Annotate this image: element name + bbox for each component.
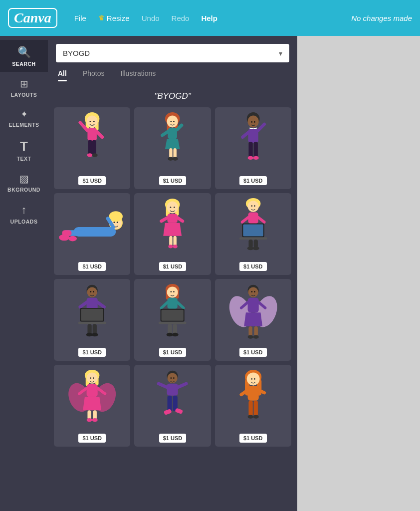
illustration-figure bbox=[215, 193, 291, 260]
sidebar-item-elements[interactable]: ✦ ELEMENTS bbox=[0, 103, 48, 133]
svg-point-67 bbox=[251, 205, 252, 207]
price-badge: $1 USD bbox=[159, 262, 187, 271]
svg-point-162 bbox=[253, 415, 258, 418]
svg-rect-24 bbox=[170, 148, 173, 158]
bkground-icon: ▨ bbox=[19, 174, 29, 184]
sidebar-item-text[interactable]: T TEXT bbox=[0, 133, 48, 167]
tab-photos[interactable]: Photos bbox=[83, 69, 105, 81]
illustration-figure bbox=[215, 365, 291, 432]
crown-icon: ♛ bbox=[98, 14, 105, 22]
svg-point-6 bbox=[93, 121, 95, 122]
svg-rect-159 bbox=[248, 401, 252, 416]
price-badge: $1 USD bbox=[239, 176, 267, 185]
search-dropdown[interactable]: BYOGD ▾ bbox=[56, 44, 289, 62]
results-heading: "BYOGD" bbox=[48, 81, 297, 107]
canvas-area[interactable] bbox=[297, 36, 420, 511]
list-item[interactable]: $1 USD bbox=[134, 279, 210, 361]
sidebar-uploads-label: UPLOADS bbox=[10, 219, 38, 225]
sidebar-item-uploads[interactable]: ↑ UPLOADS bbox=[0, 198, 48, 230]
svg-rect-25 bbox=[174, 148, 177, 158]
illustration-figure bbox=[134, 365, 210, 432]
sidebar-elements-label: ELEMENTS bbox=[8, 122, 39, 128]
svg-line-85 bbox=[98, 302, 104, 307]
svg-point-77 bbox=[247, 247, 253, 250]
svg-rect-10 bbox=[88, 140, 92, 155]
list-item[interactable]: $1 USD bbox=[215, 193, 291, 275]
sidebar-item-layouts[interactable]: ⊞ LAYOUTS bbox=[0, 72, 48, 103]
sidebar-item-search[interactable]: 🔍 SEARCH bbox=[0, 40, 48, 72]
list-item[interactable]: $1 USD bbox=[54, 193, 130, 275]
svg-point-137 bbox=[87, 418, 92, 422]
sidebar: 🔍 SEARCH ⊞ LAYOUTS ✦ ELEMENTS T TEXT ▨ B… bbox=[0, 36, 48, 511]
svg-point-13 bbox=[92, 153, 98, 157]
list-item[interactable]: $1 USD bbox=[215, 107, 291, 189]
svg-point-55 bbox=[174, 207, 175, 208]
svg-rect-143 bbox=[167, 384, 178, 396]
svg-rect-99 bbox=[168, 298, 178, 309]
svg-line-60 bbox=[177, 218, 183, 221]
svg-rect-61 bbox=[170, 236, 173, 246]
canva-logo[interactable]: Canva bbox=[8, 8, 57, 28]
tab-illustrations[interactable]: Illustrations bbox=[120, 69, 156, 81]
topbar: Canva File ♛ Resize Undo Redo Help No ch… bbox=[0, 0, 420, 36]
illustration-figure: ♥ bbox=[134, 193, 210, 260]
svg-marker-116 bbox=[244, 312, 262, 326]
list-item[interactable]: $1 USD bbox=[134, 365, 210, 447]
resize-menu[interactable]: ♛ Resize bbox=[97, 12, 131, 24]
svg-point-140 bbox=[168, 373, 178, 383]
svg-line-22 bbox=[163, 132, 168, 135]
redo-menu[interactable]: Redo bbox=[171, 12, 191, 24]
svg-point-153 bbox=[246, 373, 259, 386]
list-item[interactable]: $1 USD bbox=[54, 107, 130, 189]
svg-point-27 bbox=[173, 157, 178, 161]
svg-rect-11 bbox=[92, 140, 96, 155]
svg-line-100 bbox=[162, 302, 168, 308]
svg-rect-90 bbox=[93, 324, 97, 334]
list-item[interactable]: ♥ $1 USD bbox=[134, 193, 210, 275]
status-text: No changes made bbox=[351, 14, 412, 22]
elements-icon: ✦ bbox=[20, 110, 28, 119]
svg-rect-89 bbox=[87, 324, 91, 334]
list-item[interactable]: $1 USD bbox=[54, 279, 130, 361]
svg-point-155 bbox=[254, 378, 255, 380]
illustration-figure bbox=[134, 107, 210, 174]
svg-point-142 bbox=[173, 377, 175, 379]
svg-rect-36 bbox=[253, 142, 257, 157]
tab-all[interactable]: All bbox=[58, 69, 67, 81]
price-badge: $1 USD bbox=[78, 348, 106, 357]
list-item[interactable]: $1 USD bbox=[134, 107, 210, 189]
file-menu[interactable]: File bbox=[73, 12, 87, 24]
svg-line-71 bbox=[258, 218, 264, 222]
chevron-down-icon: ▾ bbox=[279, 49, 282, 57]
svg-rect-103 bbox=[162, 310, 184, 321]
list-item[interactable]: $1 USD bbox=[215, 365, 291, 447]
tabs-bar: All Photos Illustrations bbox=[48, 62, 297, 81]
svg-rect-73 bbox=[243, 225, 263, 237]
svg-rect-35 bbox=[248, 142, 252, 157]
price-badge: $1 USD bbox=[239, 348, 267, 357]
svg-point-19 bbox=[173, 121, 175, 122]
illustration-figure bbox=[54, 193, 130, 260]
svg-rect-119 bbox=[248, 326, 252, 336]
undo-menu[interactable]: Undo bbox=[141, 12, 161, 24]
layouts-icon: ⊞ bbox=[20, 79, 28, 89]
svg-line-9 bbox=[97, 132, 102, 137]
sidebar-text-label: TEXT bbox=[17, 156, 31, 162]
illustration-figure bbox=[54, 365, 130, 432]
topbar-menu: File ♛ Resize Undo Redo Help bbox=[73, 12, 218, 24]
illustration-figure bbox=[134, 279, 210, 346]
sidebar-item-bkground[interactable]: ▨ BKGROUND bbox=[0, 167, 48, 198]
svg-rect-120 bbox=[254, 326, 257, 336]
svg-point-114 bbox=[254, 291, 255, 292]
help-menu[interactable]: Help bbox=[200, 12, 218, 24]
search-wrapper: BYOGD ▾ bbox=[48, 36, 297, 62]
svg-rect-62 bbox=[174, 236, 177, 246]
svg-point-68 bbox=[254, 205, 255, 207]
svg-point-54 bbox=[170, 207, 172, 208]
list-item[interactable]: $1 USD bbox=[215, 279, 291, 361]
list-item[interactable]: $1 USD bbox=[54, 365, 130, 447]
svg-point-92 bbox=[92, 333, 98, 336]
svg-rect-131 bbox=[87, 384, 98, 397]
price-badge: $1 USD bbox=[159, 434, 187, 443]
svg-rect-88 bbox=[78, 322, 106, 324]
